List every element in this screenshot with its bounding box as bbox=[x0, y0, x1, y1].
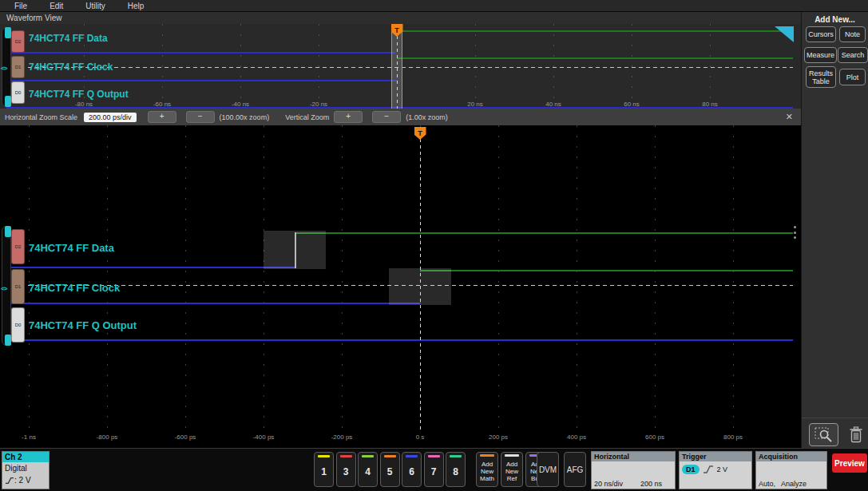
add-new-results-table-button[interactable]: Results Table bbox=[806, 66, 836, 88]
gridline bbox=[264, 125, 264, 430]
expand-arrows-icon[interactable]: <> bbox=[1, 65, 6, 72]
add-new-plot-button[interactable]: Plot bbox=[839, 69, 866, 85]
trigger-flag-icon[interactable]: T bbox=[414, 127, 426, 140]
digital-group-bottom-cap bbox=[5, 335, 11, 346]
afg-button[interactable]: AFG bbox=[564, 452, 586, 487]
gridline bbox=[185, 125, 186, 430]
zoom-box-button[interactable] bbox=[809, 423, 838, 446]
waveform-low-segment-D1 bbox=[6, 80, 397, 81]
digital-group-top-cap bbox=[5, 226, 11, 237]
vertical-zoom-plus-button[interactable]: + bbox=[334, 111, 363, 123]
expand-arrows-icon[interactable]: <> bbox=[1, 285, 6, 292]
trigger-level: 2 V bbox=[717, 465, 728, 474]
trash-button[interactable] bbox=[845, 424, 866, 445]
channel-label-D0[interactable]: 74HCT74 FF Q Output bbox=[29, 319, 137, 331]
axis-tick-label: 200 ps bbox=[489, 434, 508, 441]
close-icon[interactable]: ✕ bbox=[786, 112, 793, 122]
vertical-zoom-readout: (1.00x zoom) bbox=[406, 113, 448, 121]
channel-button-label: 8 bbox=[453, 457, 458, 486]
channel-8-button[interactable]: 8 bbox=[446, 452, 466, 487]
channel-button-label: 5 bbox=[387, 457, 393, 486]
gridline bbox=[342, 125, 343, 430]
menu-item-file[interactable]: File bbox=[14, 2, 27, 10]
gridline bbox=[710, 24, 711, 109]
plus-icon: + bbox=[160, 112, 164, 121]
horizontal-badge[interactable]: Horizontal 20 ns/div200 ns SR: 6.25 GS/s… bbox=[591, 451, 676, 489]
gridline bbox=[29, 125, 30, 430]
channel-2-badge-threshold: : 2 V bbox=[2, 474, 49, 486]
minus-icon: − bbox=[198, 112, 203, 121]
gridline bbox=[553, 24, 554, 109]
waveform-high-segment-D1 bbox=[397, 57, 793, 59]
axis-tick-label: -800 ps bbox=[97, 434, 118, 441]
channel-handle-D2[interactable]: D2 bbox=[11, 229, 25, 264]
threshold-edge-icon bbox=[5, 477, 14, 485]
channel-2-badge[interactable]: Ch 2 Digital : 2 V bbox=[2, 451, 50, 489]
waveform-low-segment-D1 bbox=[6, 303, 420, 304]
horizontal-zoom-plus-button[interactable]: + bbox=[148, 111, 176, 123]
add-new-ref-button[interactable]: Add New Ref bbox=[501, 452, 523, 487]
add-new-search-button[interactable]: Search bbox=[838, 47, 868, 63]
channel-label-D1[interactable]: 74HCT74 FF Clock bbox=[29, 282, 120, 294]
tab-strip: Waveform View bbox=[0, 12, 801, 25]
channel-handle-D0[interactable]: D0 bbox=[11, 81, 25, 104]
trigger-badge[interactable]: Trigger D1 2 V bbox=[679, 451, 752, 489]
waveform-low-segment-D2 bbox=[6, 267, 295, 268]
waveform-high-segment-D2 bbox=[395, 30, 793, 32]
channel-4-button[interactable]: 4 bbox=[358, 452, 378, 487]
sidebar-bottom-strip bbox=[802, 418, 868, 449]
digital-group-bottom-cap bbox=[5, 96, 11, 107]
menu-item-utility[interactable]: Utility bbox=[85, 2, 105, 10]
menu-item-help[interactable]: Help bbox=[128, 2, 145, 10]
gridline bbox=[240, 24, 241, 109]
overview-zoom-corner-icon[interactable] bbox=[775, 26, 794, 42]
add-new-math-button[interactable]: Add New Math bbox=[476, 452, 498, 487]
gridline bbox=[577, 125, 577, 430]
preview-button[interactable]: Preview bbox=[832, 453, 867, 473]
horizontal-zoom-scale-value[interactable]: 200.00 ps/div bbox=[84, 113, 137, 122]
channel-7-button[interactable]: 7 bbox=[424, 452, 444, 487]
axis-tick-label: -1 ns bbox=[22, 434, 36, 441]
acquisition-badge[interactable]: Acquisition Auto, Analyze High Res: 12 b… bbox=[755, 451, 827, 489]
axis-tick-label: 600 ps bbox=[645, 434, 664, 441]
waveform-low-segment-D0 bbox=[6, 339, 793, 341]
channel-3-button[interactable]: 3 bbox=[336, 452, 356, 487]
horizontal-zoom-minus-button[interactable]: − bbox=[186, 111, 215, 123]
channel-label-D0[interactable]: 74HCT74 FF Q Output bbox=[29, 89, 129, 100]
channel-handle-D0[interactable]: D0 bbox=[11, 307, 25, 343]
bottom-bar: Ch 2 Digital : 2 V 1345678Add New MathAd… bbox=[0, 448, 868, 491]
axis-tick-label: 400 ps bbox=[567, 434, 586, 441]
channel-label-D1[interactable]: 74HCT74 FF Clock bbox=[29, 61, 113, 73]
channel-handle-D1[interactable]: D1 bbox=[11, 269, 25, 304]
gridline bbox=[107, 125, 108, 430]
channel-1-button[interactable]: 1 bbox=[314, 452, 334, 487]
channel-5-button[interactable]: 5 bbox=[380, 452, 400, 487]
channel-button-label: 6 bbox=[409, 457, 414, 486]
channel-label-D2[interactable]: 74HCT74 FF Data bbox=[29, 242, 114, 254]
channel-handle-D2[interactable]: D2 bbox=[11, 30, 25, 53]
add-new-cursors-button[interactable]: Cursors bbox=[806, 26, 836, 42]
add-new-note-button[interactable]: Note bbox=[839, 26, 866, 42]
gridline bbox=[162, 24, 163, 109]
oscilloscope-app: FileEditUtilityHelp Waveform View -80 ns… bbox=[0, 0, 868, 491]
dvm-button[interactable]: DVM bbox=[537, 452, 559, 487]
channel-label-D2[interactable]: 74HCT74 FF Data bbox=[29, 33, 108, 44]
channel-6-button[interactable]: 6 bbox=[402, 452, 422, 487]
gridline bbox=[733, 125, 734, 430]
waveform-high-segment-D2 bbox=[295, 232, 793, 234]
trigger-source-chip: D1 bbox=[682, 465, 700, 474]
gridline bbox=[655, 125, 656, 430]
channel-handle-D1[interactable]: D1 bbox=[11, 56, 25, 78]
vertical-zoom-minus-button[interactable]: − bbox=[372, 111, 401, 123]
add-new-title: Add New... bbox=[802, 15, 868, 24]
menu-item-edit[interactable]: Edit bbox=[50, 2, 63, 10]
waveform-low-segment-D2 bbox=[6, 52, 395, 53]
panel-drag-dots-icon[interactable] bbox=[794, 226, 797, 239]
signal-edge-line-D2 bbox=[295, 232, 296, 268]
axis-tick-label: -400 ps bbox=[253, 434, 275, 441]
waveform-overview: -80 ns-60 ns-40 ns-20 ns20 ns40 ns60 ns8… bbox=[0, 24, 801, 109]
tab-waveform-view[interactable]: Waveform View bbox=[6, 14, 61, 22]
add-new-measure-button[interactable]: Measure bbox=[804, 47, 837, 63]
horizontal-scale: 20 ns/div bbox=[594, 480, 640, 489]
magnifier-icon bbox=[814, 427, 834, 443]
